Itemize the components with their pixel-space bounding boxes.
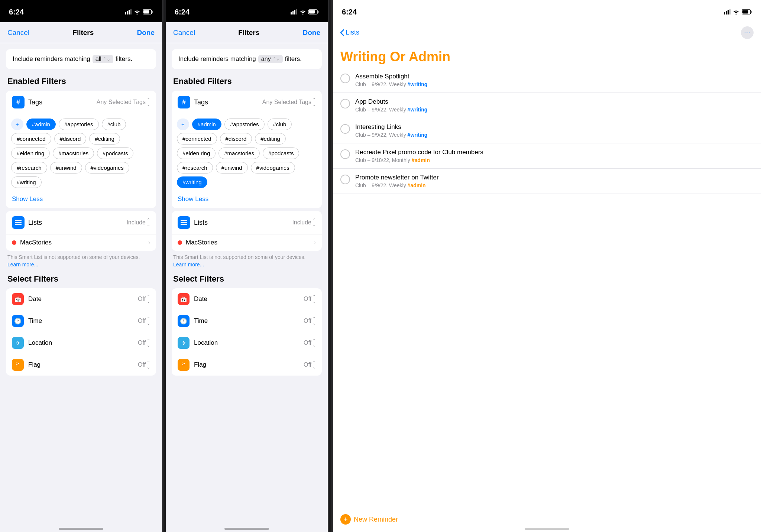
tag-chip-macstories-2[interactable]: #macstories <box>218 147 260 159</box>
svg-rect-23 <box>729 9 731 14</box>
tag-chip-videogames-2[interactable]: #videogames <box>251 162 295 173</box>
time-icon-1: 🕐 <box>12 315 24 327</box>
back-button[interactable]: Lists <box>340 29 359 36</box>
plus-icon-2: + <box>181 121 185 127</box>
filter-row-flag-2: 🏳 Flag Off ⌃⌄ <box>172 354 322 376</box>
tag-chip-club-1[interactable]: #club <box>102 119 126 130</box>
filter-row-flag-1: 🏳 Flag Off ⌃⌄ <box>6 354 156 376</box>
add-tag-chip-1[interactable]: + <box>11 119 23 130</box>
new-reminder-label: New Reminder <box>354 516 398 523</box>
macstories-row-1[interactable]: MacStories › <box>6 234 156 251</box>
tag-chip-podcasts-1[interactable]: #podcasts <box>97 147 133 159</box>
status-icons-2 <box>291 9 319 14</box>
show-less-btn-1[interactable]: Show Less <box>6 192 156 208</box>
tag-chip-research-1[interactable]: #research <box>11 162 47 173</box>
add-tag-chip-2[interactable]: + <box>177 119 189 130</box>
tag-chip-appstories-1[interactable]: #appstories <box>59 119 99 130</box>
list-icon-svg-1 <box>15 220 22 225</box>
svg-rect-15 <box>309 10 315 14</box>
wifi-icon-2 <box>299 10 306 14</box>
location-filter-status-1[interactable]: Off ⌃⌄ <box>138 338 150 348</box>
tag-chip-editing-2[interactable]: #editing <box>255 133 286 145</box>
reminder-content-3: Recreate Pixel promo code for Club membe… <box>355 149 754 163</box>
reminder-circle-4[interactable] <box>340 175 350 184</box>
tag-chip-eldenring-1[interactable]: #elden ring <box>11 147 50 159</box>
date-filter-name-2: Date <box>194 295 299 303</box>
tag-chip-macstories-1[interactable]: #macstories <box>53 147 94 159</box>
tags-header-1: # Tags Any Selected Tags ⌃⌄ <box>6 91 156 114</box>
new-reminder-button[interactable]: + New Reminder <box>340 514 398 525</box>
enabled-filters-heading-2: Enabled Filters <box>172 77 322 86</box>
lists-value-2[interactable]: Include ⌃⌄ <box>292 218 316 227</box>
lists-chevron-2: ⌃⌄ <box>313 218 316 227</box>
svg-rect-17 <box>181 220 187 221</box>
reminder-circle-1[interactable] <box>340 99 350 108</box>
learn-more-link-2[interactable]: Learn more... <box>173 262 204 267</box>
filter-match-pill-1[interactable]: all ⌃⌄ <box>93 55 113 63</box>
cancel-button-1[interactable]: Cancel <box>7 29 29 37</box>
date-filter-status-2[interactable]: Off ⌃⌄ <box>304 294 316 304</box>
tag-chip-appstories-2[interactable]: #appstories <box>224 119 265 130</box>
reminder-circle-0[interactable] <box>340 74 350 83</box>
tag-chip-videogames-1[interactable]: #videogames <box>85 162 129 173</box>
svg-rect-11 <box>292 11 294 14</box>
nav-title-1: Filters <box>72 29 94 37</box>
done-button-1[interactable]: Done <box>137 29 155 37</box>
filter-match-value-2: any <box>261 56 271 62</box>
location-filter-status-2[interactable]: Off ⌃⌄ <box>304 338 316 348</box>
tag-chip-editing-1[interactable]: #editing <box>89 133 120 145</box>
more-button[interactable]: ··· <box>741 26 754 39</box>
cancel-button-2[interactable]: Cancel <box>173 29 195 37</box>
time-1: 6:24 <box>9 8 24 16</box>
screen-2-content: Include reminders matching any ⌃⌄ filter… <box>166 43 328 532</box>
home-indicator-2 <box>224 528 269 530</box>
tag-chip-research-2[interactable]: #research <box>177 162 213 173</box>
tags-value-2[interactable]: Any Selected Tags ⌃⌄ <box>262 97 316 107</box>
tags-value-1[interactable]: Any Selected Tags ⌃⌄ <box>97 97 150 107</box>
tag-chip-eldenring-2[interactable]: #elden ring <box>177 147 216 159</box>
date-filter-name-1: Date <box>28 295 133 303</box>
tag-chip-unwind-2[interactable]: #unwind <box>216 162 248 173</box>
flag-filter-status-2[interactable]: Off ⌃⌄ <box>304 360 316 370</box>
tag-chip-discord-1[interactable]: #discord <box>54 133 87 145</box>
tag-icon-1: # <box>12 96 25 108</box>
flag-svg-icon-1: 🏳 <box>15 361 21 368</box>
home-indicator-3 <box>525 528 569 530</box>
svg-rect-7 <box>15 220 22 221</box>
macstories-row-2[interactable]: MacStories › <box>172 234 322 251</box>
learn-more-link-1[interactable]: Learn more... <box>7 262 38 267</box>
lists-value-1[interactable]: Include ⌃⌄ <box>126 218 150 227</box>
reminder-tag-1: #writing <box>408 107 428 113</box>
tag-chip-podcasts-2[interactable]: #podcasts <box>263 147 299 159</box>
reminder-circle-2[interactable] <box>340 124 350 134</box>
tag-chip-admin-2[interactable]: #admin <box>192 119 221 130</box>
tag-chip-writing-2[interactable]: #writing <box>177 176 207 188</box>
status-bar-2: 6:24 <box>166 0 328 22</box>
reminder-title-4: Promote newsletter on Twitter <box>355 174 754 181</box>
tag-chip-discord-2[interactable]: #discord <box>220 133 252 145</box>
date-filter-status-1[interactable]: Off ⌃⌄ <box>138 294 150 304</box>
time-filter-status-2[interactable]: Off ⌃⌄ <box>304 316 316 326</box>
svg-rect-10 <box>291 12 292 14</box>
tag-chip-club-2[interactable]: #club <box>268 119 292 130</box>
filter-match-pill-2[interactable]: any ⌃⌄ <box>258 55 283 63</box>
tag-chip-admin-1[interactable]: #admin <box>26 119 56 130</box>
tag-chip-writing-1[interactable]: #writing <box>11 176 42 188</box>
list-title: Writing Or Admin <box>333 43 761 68</box>
lists-value-text-2: Include <box>292 219 311 226</box>
select-filters-heading-2: Select Filters <box>172 274 322 284</box>
tag-chip-connected-2[interactable]: #connected <box>177 133 217 145</box>
lists-header-1: Lists Include ⌃⌄ <box>6 211 156 234</box>
flag-filter-status-1[interactable]: Off ⌃⌄ <box>138 360 150 370</box>
svg-rect-0 <box>125 12 126 14</box>
tag-chip-unwind-1[interactable]: #unwind <box>50 162 82 173</box>
filter-match-row-1: Include reminders matching all ⌃⌄ filter… <box>6 49 156 69</box>
time-filter-status-1[interactable]: Off ⌃⌄ <box>138 316 150 326</box>
reminder-subtitle-3: Club – 9/18/22, Monthly #admin <box>355 157 754 163</box>
done-button-2[interactable]: Done <box>303 29 321 37</box>
reminder-circle-3[interactable] <box>340 149 350 159</box>
show-less-btn-2[interactable]: Show Less <box>172 192 322 208</box>
tag-chip-connected-1[interactable]: #connected <box>11 133 51 145</box>
filter-match-suffix-1: filters. <box>116 55 132 63</box>
tags-header-left-1: # Tags <box>12 96 42 108</box>
